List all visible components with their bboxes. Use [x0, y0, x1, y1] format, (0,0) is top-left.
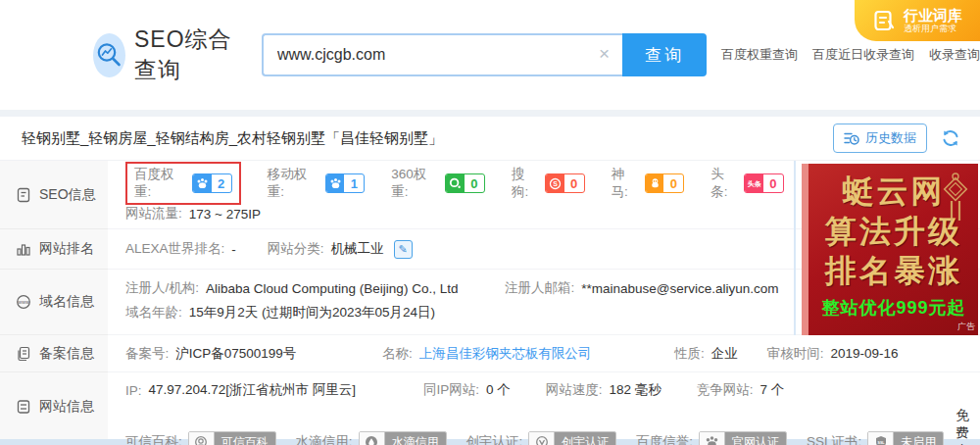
weight-label: 百度权重: — [134, 166, 186, 201]
shenma-weight-badge[interactable]: 0 — [645, 173, 685, 193]
history-list-clock-icon — [844, 131, 859, 145]
cert-label: 创宇认证: — [466, 433, 523, 445]
globe-www-icon: www — [16, 294, 31, 310]
weight-label: 360权重: — [391, 166, 439, 201]
refresh-icon[interactable] — [941, 128, 960, 148]
document-icon — [16, 187, 31, 203]
ssl-cert-badge[interactable]: SSL 未启用 — [867, 431, 944, 445]
cert-badge-label: 可信百科 — [215, 432, 275, 445]
history-data-button[interactable]: 历史数据 — [833, 124, 927, 153]
content: SEO信息 网站排名 www 域名信息 备案信息 — [0, 160, 980, 439]
svg-text:www: www — [17, 299, 29, 305]
industry-lexicon-ribbon[interactable]: 行业词库 透析用户需求 — [855, 0, 980, 41]
cert-ssl: SSL证书: SSL 未启用 — [807, 431, 944, 445]
seo-query-page: SEO综合查询 × 查询 百度权重查询 百度近日收录查询 收录查询 — [0, 0, 980, 445]
shuidi-cert-badge[interactable]: 水滴信用 — [359, 431, 447, 445]
link-index-query[interactable]: 收录查询 — [929, 46, 980, 64]
domain-age-value: 15年9月2天 (过期时间为2023年05月24日) — [189, 304, 435, 321]
title-bar: 轻钢别墅_轻钢房屋_轻钢结构房_农村轻钢别墅「昌佳轻钢别墅」 历史数据 — [0, 117, 980, 160]
ribbon-title: 行业词库 — [904, 7, 962, 24]
weight-value: 0 — [564, 174, 584, 192]
list-document-icon — [16, 399, 31, 415]
history-button-label: 历史数据 — [865, 129, 916, 147]
ad-banner[interactable]: 蜓云网 算法升级 排名暴涨 整站优化999元起 广告 — [802, 164, 978, 335]
svg-text:S: S — [553, 180, 558, 187]
sidebar-item-domain-info: www 域名信息 — [0, 270, 108, 335]
site-title: 轻钢别墅_轻钢房屋_轻钢结构房_农村轻钢别墅「昌佳轻钢别墅」 — [22, 129, 443, 148]
cert-label: SSL证书: — [807, 433, 861, 445]
chuangyu-cert-badge[interactable]: 创宇认证 — [528, 431, 616, 445]
sidebar-label: 网站信息 — [39, 398, 94, 416]
cert-chuangyu: 创宇认证: 创宇认证 — [466, 431, 617, 445]
search-input-wrap: × — [262, 33, 622, 76]
company-name-link[interactable]: 上海昌佳彩钢夹芯板有限公司 — [419, 345, 592, 363]
shield-ssl-icon: SSL — [868, 432, 894, 445]
logo[interactable]: SEO综合查询 — [93, 25, 240, 85]
toutiao-logo-icon: 头条 — [745, 174, 763, 192]
domain-age-label: 域名年龄: — [125, 304, 182, 321]
baidu-weight-badge[interactable]: 2 — [192, 173, 232, 193]
weight-shenma: 神马: 0 — [612, 166, 685, 201]
edit-category-icon[interactable]: ✎ — [394, 240, 413, 259]
ip-pair: IP: 47.97.204.72[浙江省杭州市 阿里云] — [125, 381, 388, 399]
site-category-pair: 网站分类: 机械工业 ✎ — [268, 240, 413, 259]
baidu-paw-icon — [193, 174, 212, 192]
cert-label: 百度信誉: — [636, 433, 693, 445]
registrant-email-pair: 注册人邮箱: **mainabuse@service.aliyun.com — [505, 279, 779, 297]
sidebar-label: 网站排名 — [39, 240, 94, 258]
weight-baidu-pc: 百度权重: 2 — [125, 162, 241, 205]
query-button[interactable]: 查询 — [622, 33, 707, 76]
emblem-icon — [189, 432, 215, 445]
cert-label: 水滴信用: — [296, 433, 353, 445]
360-weight-badge[interactable]: 0 — [445, 173, 485, 193]
sidebar-label: 域名信息 — [39, 293, 94, 311]
weight-sogou: 搜狗: S 0 — [512, 166, 585, 201]
site-info-row-1: IP: 47.97.204.72[浙江省杭州市 阿里云] 同IP网站: 0 个 … — [125, 381, 980, 399]
logo-title: SEO综合查询 — [134, 25, 240, 85]
magnifier-chart-icon — [93, 33, 125, 77]
domain-age-pair: 域名年龄: 15年9月2天 (过期时间为2023年05月24日) — [125, 304, 784, 321]
free-apply-link[interactable]: 免费申请 — [956, 407, 980, 445]
weights-row: 百度权重: 2 移动权重: — [125, 168, 784, 199]
sogou-s-icon: S — [546, 174, 564, 192]
baidu-official-cert-badge[interactable]: 官网认证 — [699, 431, 787, 445]
clear-input-icon[interactable]: × — [599, 43, 610, 66]
search-input[interactable] — [262, 33, 622, 76]
sidebar-label: SEO信息 — [39, 186, 96, 204]
same-ip-label: 同IP网站: — [423, 381, 479, 399]
link-baidu-recent-index-query[interactable]: 百度近日收录查询 — [812, 46, 914, 64]
email-value: **mainabuse@service.aliyun.com — [581, 281, 778, 296]
icp-name-label: 名称: — [382, 345, 413, 363]
toutiao-weight-badge[interactable]: 头条 0 — [744, 173, 784, 193]
weight-value: 2 — [212, 174, 231, 192]
domain-row-1: 注册人/机构: Alibaba Cloud Computing (Beijing… — [125, 279, 784, 297]
cert-label: 可信百科: — [125, 433, 182, 445]
cert-badge-label: 水滴信用 — [385, 432, 446, 445]
weight-label: 头条: — [710, 166, 738, 201]
header-links: 百度权重查询 百度近日收录查询 收录查询 — [721, 46, 980, 64]
ip-label: IP: — [125, 383, 142, 398]
link-baidu-weight-query[interactable]: 百度权重查询 — [721, 46, 798, 64]
sogou-weight-badge[interactable]: S 0 — [545, 173, 585, 193]
ad-promo-price: 整站优化999元起 — [809, 296, 978, 320]
sidebar-label: 备案信息 — [39, 345, 94, 363]
weight-value: 0 — [763, 174, 783, 192]
content-ad-divider — [794, 161, 796, 335]
ribbon-text: 行业词库 透析用户需求 — [904, 7, 962, 34]
baike-cert-badge[interactable]: 可信百科 — [188, 431, 276, 445]
cert-badge-label: 创宇认证 — [555, 432, 615, 445]
registrant-label: 注册人/机构: — [125, 279, 199, 297]
alexa-rank-pair: ALEXA世界排名: - — [125, 240, 236, 258]
registrant-pair: 注册人/机构: Alibaba Cloud Computing (Beijing… — [125, 279, 464, 297]
lexicon-document-icon — [872, 9, 896, 32]
baidu-mobile-weight-badge[interactable]: 1 — [325, 173, 366, 193]
certs-row: 可信百科: 可信百科 水滴信用: — [125, 407, 980, 445]
icp-number-pair: 备案号: 沪ICP备07500199号 — [125, 345, 353, 363]
svg-text:SSL: SSL — [877, 441, 885, 445]
traffic-value: 173 ~ 275IP — [189, 207, 261, 222]
competitor-value: 7 个 — [760, 381, 785, 399]
icp-nature-pair: 性质: 企业 — [674, 345, 738, 363]
documents-icon — [16, 346, 31, 362]
same-ip-value: 0 个 — [486, 381, 511, 399]
weight-value: 1 — [344, 174, 364, 192]
